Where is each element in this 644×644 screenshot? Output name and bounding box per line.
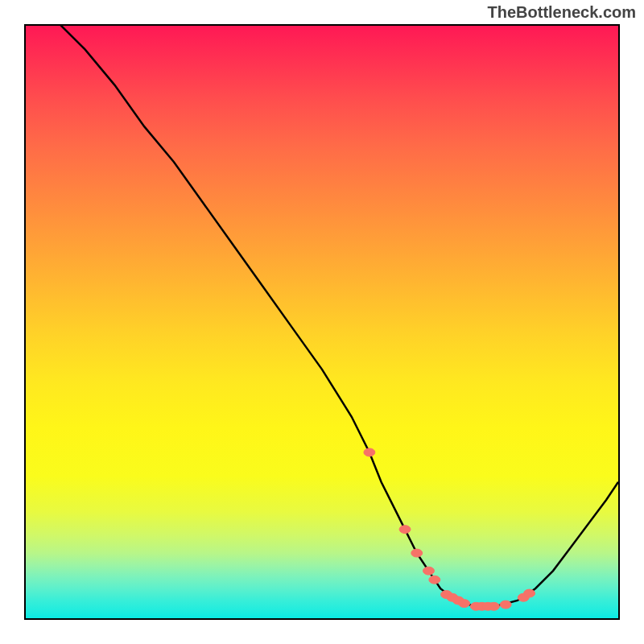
- data-point: [399, 526, 411, 534]
- data-points-group: [364, 448, 535, 610]
- data-point: [429, 576, 440, 584]
- data-point: [488, 602, 499, 610]
- data-point: [524, 589, 535, 597]
- data-point: [364, 448, 375, 456]
- data-point: [500, 601, 511, 609]
- chart-container: TheBottleneck.com: [0, 0, 644, 644]
- data-point: [411, 549, 423, 557]
- data-point: [459, 600, 470, 608]
- chart-svg: [26, 26, 618, 618]
- data-point: [423, 567, 435, 575]
- watermark-text: TheBottleneck.com: [488, 3, 636, 22]
- bottleneck-curve: [43, 26, 618, 606]
- curve-group: [43, 26, 618, 606]
- plot-area: [24, 24, 620, 620]
